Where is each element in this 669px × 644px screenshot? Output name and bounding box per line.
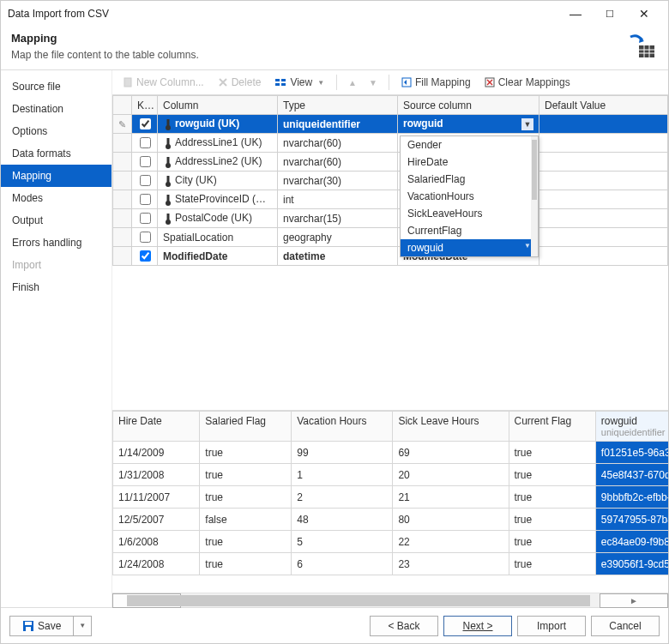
close-button[interactable]: ✕ xyxy=(627,2,661,26)
svg-rect-9 xyxy=(281,83,286,86)
import-logo-icon xyxy=(627,32,656,61)
maximize-button[interactable]: ☐ xyxy=(593,2,627,26)
preview-row[interactable]: 11/11/2007true221true9bbbfb2c-efbb-4217-… xyxy=(113,486,669,509)
new-column-button: New Column... xyxy=(118,74,209,91)
column-icon xyxy=(163,137,173,149)
view-button[interactable]: View ▼ xyxy=(269,74,329,91)
key-checkbox[interactable] xyxy=(140,232,151,243)
wizard-footer: Save ▼ < Back Next > Import Cancel xyxy=(1,607,668,643)
scroll-right-icon[interactable]: ► xyxy=(600,593,668,608)
column-icon xyxy=(163,118,173,130)
mapping-row[interactable]: ModifiedDatedatetimeModifiedDate xyxy=(113,247,668,266)
minimize-button[interactable]: — xyxy=(558,2,593,26)
import-button[interactable]: Import xyxy=(517,616,586,636)
svg-rect-19 xyxy=(167,176,170,184)
column-icon xyxy=(163,156,173,168)
mapping-row[interactable]: PostalCode (UK)nvarchar(15)SickLeaveHour… xyxy=(113,209,668,228)
dropdown-option[interactable]: Gender xyxy=(401,136,538,153)
mapping-row[interactable]: StateProvinceID (UK)intVacationHours xyxy=(113,190,668,209)
col-key[interactable]: Key xyxy=(132,96,158,115)
svg-rect-21 xyxy=(167,195,170,202)
preview-column-header[interactable]: rowguiduniqueidentifier xyxy=(595,412,668,442)
svg-rect-26 xyxy=(26,627,31,631)
col-column[interactable]: Column xyxy=(158,96,278,115)
key-checkbox[interactable] xyxy=(140,118,151,129)
fill-mapping-button[interactable]: Fill Mapping xyxy=(396,74,476,91)
source-column-dropdown[interactable]: GenderHireDateSalariedFlagVacationHoursS… xyxy=(400,135,539,257)
key-checkbox[interactable] xyxy=(140,137,151,148)
preview-row[interactable]: 1/14/2009true9969truef01251e5-96a3-448d-… xyxy=(113,442,669,464)
dropdown-option[interactable]: SalariedFlag xyxy=(401,171,538,188)
dropdown-option[interactable]: VacationHours xyxy=(401,188,538,205)
dropdown-option[interactable]: HireDate xyxy=(401,153,538,171)
wizard-steps-sidebar: Source file Destination Options Data for… xyxy=(1,70,112,607)
preview-horizontal-scrollbar[interactable]: ◄ ► xyxy=(112,593,668,607)
key-checkbox[interactable] xyxy=(140,156,151,167)
key-checkbox[interactable] xyxy=(140,250,151,262)
dropdown-scrollbar[interactable] xyxy=(531,136,538,256)
mapping-row[interactable]: ✎rowguid (UK)uniqueidentifierrowguid▼ xyxy=(113,115,668,134)
step-title: Mapping xyxy=(11,32,658,45)
column-icon xyxy=(163,194,173,206)
mapping-row[interactable]: City (UK)nvarchar(30)SalariedFlag xyxy=(113,172,668,190)
sidebar-item-source-file[interactable]: Source file xyxy=(1,75,112,98)
dropdown-option[interactable]: rowguid▼ xyxy=(401,239,538,256)
preview-column-header[interactable]: Salaried Flag xyxy=(200,412,292,442)
key-checkbox[interactable] xyxy=(140,194,151,205)
save-dropdown-button[interactable]: ▼ xyxy=(74,616,92,636)
svg-rect-0 xyxy=(639,45,654,57)
edit-indicator-icon: ✎ xyxy=(118,119,126,129)
svg-rect-6 xyxy=(275,79,280,81)
titlebar: Data Import from CSV — ☐ ✕ xyxy=(1,1,668,27)
sidebar-item-errors-handling[interactable]: Errors handling xyxy=(1,232,112,254)
key-checkbox[interactable] xyxy=(140,175,151,186)
sidebar-item-modes[interactable]: Modes xyxy=(1,187,112,209)
plus-icon xyxy=(123,77,133,87)
preview-column-header[interactable]: Sick Leave Hours xyxy=(393,412,509,442)
wizard-header: Mapping Map the file content to the tabl… xyxy=(1,27,668,70)
key-checkbox[interactable] xyxy=(140,213,151,224)
mapping-row[interactable]: AddressLine1 (UK)nvarchar(60)Gender xyxy=(113,134,668,153)
step-description: Map the file content to the table column… xyxy=(11,49,658,61)
mapping-row[interactable]: AddressLine2 (UK)nvarchar(60)HireDate xyxy=(113,153,668,172)
col-source[interactable]: Source column xyxy=(398,96,539,115)
mapping-row[interactable]: SpatialLocationgeographyCurrentFlag xyxy=(113,228,668,247)
sidebar-item-output[interactable]: Output xyxy=(1,209,112,232)
sidebar-item-data-formats[interactable]: Data formats xyxy=(1,142,112,165)
next-button[interactable]: Next > xyxy=(443,616,512,636)
delete-button: Delete xyxy=(213,74,267,91)
clear-mappings-button[interactable]: Clear Mappings xyxy=(479,74,576,91)
window-title: Data Import from CSV xyxy=(8,8,558,20)
column-icon xyxy=(163,213,173,225)
sidebar-item-options[interactable]: Options xyxy=(1,120,112,142)
svg-rect-23 xyxy=(167,214,170,221)
col-type[interactable]: Type xyxy=(278,96,398,115)
dropdown-toggle[interactable]: ▼ xyxy=(521,118,533,130)
svg-rect-7 xyxy=(275,83,280,86)
preview-row[interactable]: 1/31/2008true120true45e8f437-670d-4409-9… xyxy=(113,464,669,486)
cancel-button[interactable]: Cancel xyxy=(591,616,660,636)
preview-row[interactable]: 1/24/2008true623truee39056f1-9cd5-478d-8… xyxy=(113,553,669,575)
sidebar-item-finish[interactable]: Finish xyxy=(1,276,112,298)
dropdown-option[interactable]: SickLeaveHours xyxy=(401,205,538,222)
svg-rect-17 xyxy=(167,157,170,165)
clear-icon xyxy=(485,77,495,87)
svg-rect-13 xyxy=(167,119,170,127)
col-default[interactable]: Default Value xyxy=(539,96,668,115)
preview-column-header[interactable]: Hire Date xyxy=(113,412,200,442)
preview-column-header[interactable]: Vacation Hours xyxy=(292,412,393,442)
view-icon xyxy=(274,77,286,87)
preview-column-header[interactable]: Current Flag xyxy=(509,412,595,442)
back-button[interactable]: < Back xyxy=(370,616,438,636)
svg-rect-15 xyxy=(167,138,170,146)
svg-rect-5 xyxy=(124,78,131,87)
chevron-down-icon: ▼ xyxy=(79,622,86,629)
svg-rect-25 xyxy=(25,622,32,625)
preview-row[interactable]: 12/5/2007false4880true59747955-87b8-443f… xyxy=(113,509,669,531)
save-button[interactable]: Save xyxy=(9,616,74,636)
sidebar-item-destination[interactable]: Destination xyxy=(1,98,112,120)
save-split-button[interactable]: Save ▼ xyxy=(9,616,92,636)
dropdown-option[interactable]: CurrentFlag xyxy=(401,222,538,239)
sidebar-item-mapping[interactable]: Mapping xyxy=(1,165,112,187)
preview-row[interactable]: 1/6/2008true522trueec84ae09-f9b8-4a15-b4… xyxy=(113,531,669,553)
